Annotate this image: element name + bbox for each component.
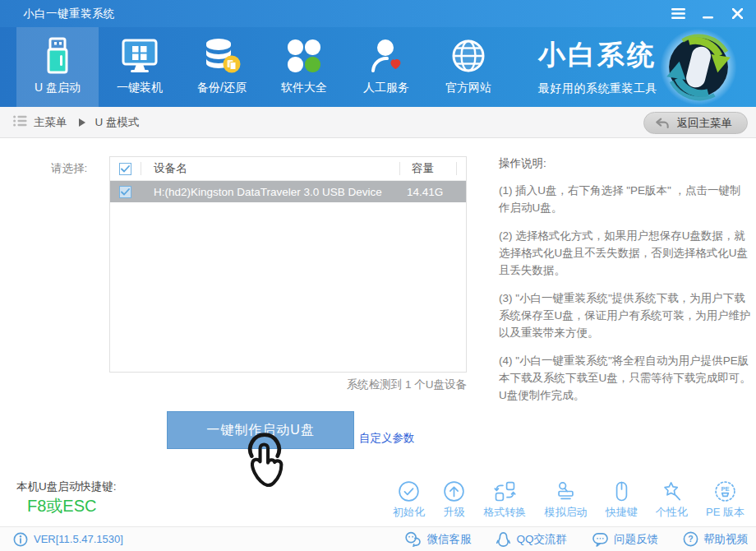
backup-restore-icon — [202, 36, 242, 76]
mouse-icon — [611, 480, 633, 502]
monitor-icon — [120, 36, 159, 76]
tool-pe-version[interactable]: PE PE 版本 — [706, 480, 744, 520]
nav-item-label: 官方网站 — [427, 81, 509, 95]
tool-upgrade[interactable]: 升级 — [443, 480, 465, 520]
nav-item-label: 人工服务 — [345, 81, 427, 95]
select-label: 请选择: — [51, 161, 87, 176]
window-controls — [669, 5, 746, 23]
device-capacity: 14.41G — [400, 186, 456, 198]
hotkey-label: 本机U盘启动快捷键: — [16, 479, 117, 494]
brand-slogan: 最好用的系统重装工具 — [538, 81, 662, 96]
footer-tools: 初始化 升级 格式转换 模拟启动 — [393, 480, 744, 520]
back-to-main-menu-button[interactable]: 返回主菜单 — [643, 112, 749, 134]
wechat-support-link[interactable]: 微信客服 — [404, 531, 471, 547]
version-info[interactable]: VER[11.5.47.1530] — [13, 532, 123, 547]
qq-penguin-icon — [496, 531, 511, 548]
instruction-step: (3) "小白一键重装系统"提供系统下载，为用户下载系统保存至U盘，保证用户有系… — [499, 289, 752, 341]
tool-hotkey[interactable]: 快捷键 — [606, 480, 638, 520]
format-convert-icon — [494, 480, 516, 502]
list-icon — [13, 115, 27, 130]
row-checkbox[interactable] — [119, 186, 131, 198]
software-clover-icon — [284, 36, 324, 76]
instructions-panel: 操作说明: (1) 插入U盘，右下角选择 "PE版本" ，点击一键制作启动U盘。… — [499, 156, 752, 404]
nav-item-usb-boot[interactable]: U 盘启动 — [16, 27, 99, 107]
svg-text:PE: PE — [721, 485, 729, 493]
feedback-link[interactable]: 问题反馈 — [592, 531, 658, 547]
nav-item-label: U 盘启动 — [16, 81, 99, 95]
help-icon: ? — [683, 531, 698, 547]
info-icon — [13, 532, 28, 547]
stamp-icon — [555, 480, 577, 502]
brand-block: 小白系统 最好用的系统重装工具 — [538, 37, 662, 96]
tool-simulate-boot[interactable]: 模拟启动 — [545, 480, 588, 520]
app-window: 小白一键重装系统 U 盘启动 — [0, 0, 756, 551]
upgrade-arrow-icon — [443, 480, 465, 502]
qq-group-link[interactable]: QQ交流群 — [496, 531, 567, 548]
back-button-label: 返回主菜单 — [677, 116, 733, 131]
brand-logo-icon — [657, 27, 740, 107]
brand-name: 小白系统 — [538, 37, 662, 74]
nav-item-website[interactable]: 官方网站 — [427, 27, 509, 107]
close-icon[interactable] — [728, 5, 746, 23]
capacity-column-header: 容量 — [400, 161, 456, 176]
nav-item-backup-restore[interactable]: 备份/还原 — [181, 27, 263, 107]
svg-text:?: ? — [688, 535, 693, 544]
detect-status-text: 系统检测到 1 个U盘设备 — [109, 377, 467, 392]
device-column-header: 设备名 — [141, 161, 399, 176]
undo-arrow-icon — [654, 117, 671, 130]
star-icon — [661, 480, 683, 502]
make-boot-usb-button[interactable]: 一键制作启动U盘 — [167, 411, 354, 449]
usb-drive-icon — [38, 36, 77, 76]
instruction-step: (2) 选择格式化方式，如果用户想保存U盘数据，就选择格式化U盘且不丢失数据，否… — [499, 227, 752, 279]
tool-format-convert[interactable]: 格式转换 — [483, 480, 526, 520]
help-video-link[interactable]: ? 帮助视频 — [683, 531, 748, 547]
instruction-step: (4) "小白一键重装系统"将全程自动为用户提供PE版本下载及系统下载至U盘，只… — [499, 352, 752, 404]
tool-initialize[interactable]: 初始化 — [393, 480, 425, 520]
support-person-icon — [366, 36, 406, 76]
table-header: 设备名 容量 — [110, 157, 466, 181]
device-table: 设备名 容量 H:(hd2)Kingston DataTraveler 3.0 … — [109, 156, 467, 373]
menu-icon[interactable] — [669, 5, 687, 23]
nav-item-label: 备份/还原 — [181, 81, 263, 95]
version-text: VER[11.5.47.1530] — [34, 533, 123, 545]
select-all-checkbox[interactable] — [119, 163, 131, 175]
globe-icon — [449, 36, 488, 76]
nav-item-software[interactable]: 软件大全 — [263, 27, 345, 107]
device-name: H:(hd2)Kingston DataTraveler 3.0 USB Dev… — [141, 186, 399, 198]
feedback-bubble-icon — [592, 531, 609, 547]
nav-item-support[interactable]: 人工服务 — [345, 27, 427, 107]
titlebar: 小白一键重装系统 — [0, 0, 756, 27]
tool-personalize[interactable]: 个性化 — [656, 480, 688, 520]
hotkey-value: F8或ESC — [27, 495, 96, 517]
pe-version-icon: PE — [714, 480, 736, 502]
nav-item-label: 一键装机 — [99, 81, 181, 95]
breadcrumb-current: U 盘模式 — [95, 115, 140, 130]
table-row[interactable]: H:(hd2)Kingston DataTraveler 3.0 USB Dev… — [110, 181, 466, 202]
chevron-right-icon — [79, 118, 85, 127]
main-nav: U 盘启动 一键装机 — [0, 27, 756, 107]
instructions-title: 操作说明: — [499, 156, 752, 171]
breadcrumb: 主菜单 U 盘模式 返回主菜单 — [0, 107, 756, 138]
minimize-icon[interactable] — [698, 5, 717, 23]
instruction-step: (1) 插入U盘，右下角选择 "PE版本" ，点击一键制作启动U盘。 — [499, 182, 752, 216]
init-check-icon — [398, 480, 420, 502]
custom-params-link[interactable]: 自定义参数 — [359, 431, 415, 446]
wechat-icon — [404, 531, 422, 547]
window-title: 小白一键重装系统 — [23, 7, 115, 21]
breadcrumb-root[interactable]: 主菜单 — [34, 115, 67, 130]
nav-item-one-key-install[interactable]: 一键装机 — [99, 27, 181, 107]
nav-item-label: 软件大全 — [263, 81, 345, 95]
bottom-status-bar: VER[11.5.47.1530] 微信客服 QQ交流群 — [0, 526, 756, 551]
